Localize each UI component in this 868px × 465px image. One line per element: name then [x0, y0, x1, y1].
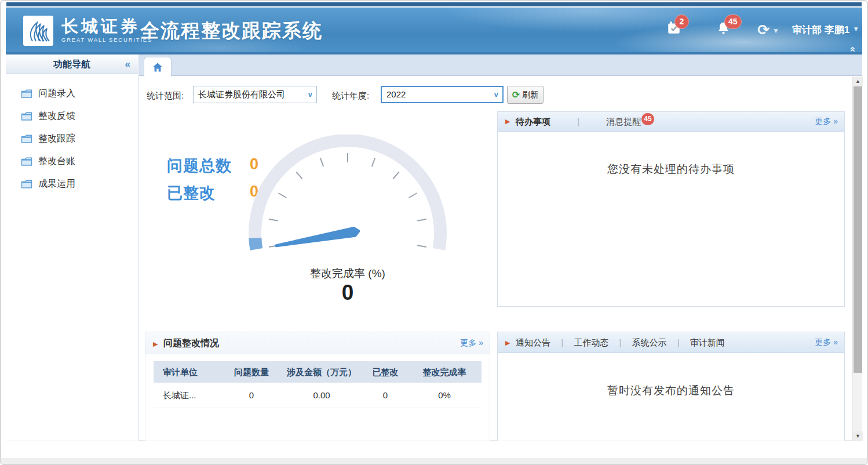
issues-table-header: 审计单位 问题数量 涉及金额（万元） 已整改 整改完成率 — [154, 361, 482, 383]
tab-home[interactable] — [144, 57, 172, 77]
tab-work-updates[interactable]: 工作动态 — [574, 337, 608, 347]
tab-divider: | — [577, 117, 579, 126]
todo-shortcut[interactable]: 2 — [666, 20, 681, 38]
sidebar-header: 功能导航 « — [6, 55, 138, 74]
dashboard-content: 统计范围: 长城证券股份有限公司 v 统计年度: 2022 v ⟳ 刷新 问题总… — [139, 77, 852, 441]
user-menu[interactable]: 审计部 李鹏1▼ — [792, 23, 859, 37]
cell-audit-unit: 长城证... — [154, 383, 220, 408]
completion-gauge-chart — [243, 135, 452, 268]
cell-rectified: 0 — [360, 383, 410, 408]
sidebar-item-label: 整改台账 — [38, 155, 75, 168]
rectified-label: 已整改 — [167, 183, 216, 204]
arrow-right-icon: ▶ — [505, 112, 510, 131]
tab-divider: | — [619, 337, 621, 347]
notice-more-link[interactable]: 更多 » — [815, 332, 838, 353]
collapse-header-icon[interactable]: « — [847, 46, 858, 52]
chevron-down-icon[interactable]: v — [308, 86, 312, 103]
message-count-badge[interactable]: 45 — [724, 14, 742, 29]
window-top-strip — [6, 2, 862, 6]
todo-panel-header: ▶ 待办事项 | 消息提醒45 更多 » — [498, 112, 844, 132]
tab-todo-items[interactable]: 待办事项 — [516, 117, 550, 126]
tab-notices[interactable]: 通知公告 — [516, 337, 550, 347]
notice-empty-text: 暂时没有发布的通知公告 — [498, 383, 844, 398]
logo-text: 长城证券 GREAT WALL SECURITIES — [61, 17, 152, 43]
refresh-arrows-icon: ⟳ — [512, 89, 520, 100]
sidebar-item-rectify-feedback[interactable]: 整改反馈 — [6, 105, 138, 128]
page-title: 全流程整改跟踪系统 — [140, 18, 323, 44]
col-audit-unit: 审计单位 — [154, 361, 220, 383]
arrow-right-icon: ▶ — [153, 333, 158, 355]
vertical-scrollbar[interactable]: ▲ ▼ — [852, 77, 862, 441]
sidebar-item-rectify-ledger[interactable]: 整改台账 — [6, 150, 138, 173]
refresh-button-label: 刷新 — [522, 90, 538, 100]
logo-chinese-name: 长城证券 — [61, 17, 152, 35]
tab-divider: | — [561, 337, 563, 347]
gauge-needle — [276, 227, 359, 249]
issues-panel: ▶ 问题整改情况 更多 » 审计单位 问题数量 涉及金额（万元） 已整改 整改完… — [145, 332, 490, 442]
sidebar-item-label: 成果运用 — [38, 178, 75, 190]
todo-panel-tabs: 待办事项 | 消息提醒45 — [516, 112, 654, 131]
refresh-button[interactable]: ⟳ 刷新 — [507, 86, 544, 104]
message-reminder-badge: 45 — [641, 113, 654, 125]
refresh-caret-icon[interactable]: ▼ — [772, 27, 779, 35]
todo-panel: ▶ 待办事项 | 消息提醒45 更多 » 您没有未处理的待办事项 — [497, 111, 845, 307]
issues-table: 审计单位 问题数量 涉及金额（万元） 已整改 整改完成率 长城证... 0 0.… — [154, 361, 482, 408]
notifications[interactable]: 45 — [716, 20, 731, 38]
scrollbar-thumb[interactable] — [854, 86, 862, 373]
arrow-right-icon: ▶ — [505, 333, 510, 353]
home-icon — [152, 61, 163, 73]
app-window: 长城证券 GREAT WALL SECURITIES 全流程整改跟踪系统 2 4… — [0, 0, 868, 465]
folder-icon — [21, 134, 32, 144]
sidebar-item-rectify-tracking[interactable]: 整改跟踪 — [6, 128, 138, 150]
notice-panel-header: ▶ 通知公告 | 工作动态 | 系统公示 | 审计新闻 更多 » — [498, 332, 844, 353]
sidebar-items: 问题录入 整改反馈 整改跟踪 整改台账 成果运用 — [6, 74, 138, 195]
sidebar-item-label: 问题录入 — [38, 88, 75, 100]
total-issues-label: 问题总数 — [167, 155, 232, 176]
sidebar-collapse-icon[interactable]: « — [125, 55, 130, 74]
scope-select[interactable]: 长城证券股份有限公司 v — [193, 86, 317, 103]
window-bottom-strip — [1, 458, 867, 464]
tab-divider: | — [677, 337, 680, 347]
issues-more-link[interactable]: 更多 » — [460, 332, 483, 354]
scope-label: 统计范围: — [147, 90, 184, 101]
user-name[interactable]: 审计部 李鹏1 — [792, 24, 849, 35]
cell-amount: 0.00 — [283, 383, 360, 408]
col-amount: 涉及金额（万元） — [283, 361, 360, 383]
tab-message-reminder[interactable]: 消息提醒 — [606, 117, 641, 126]
tab-audit-news[interactable]: 审计新闻 — [690, 337, 725, 347]
issues-panel-header: ▶ 问题整改情况 更多 » — [145, 332, 490, 354]
todo-more-link[interactable]: 更多 » — [815, 112, 838, 131]
sidebar-title: 功能导航 — [53, 59, 90, 69]
notice-panel: ▶ 通知公告 | 工作动态 | 系统公示 | 审计新闻 更多 » 暂时没有发布的… — [497, 332, 845, 442]
tab-system-announcements[interactable]: 系统公示 — [632, 337, 667, 347]
scroll-up-arrow-icon[interactable]: ▲ — [853, 77, 863, 86]
col-issue-count: 问题数量 — [220, 361, 283, 383]
scope-select-value: 长城证券股份有限公司 — [198, 89, 285, 99]
sidebar-item-label: 整改跟踪 — [38, 133, 75, 145]
sidebar-item-results-usage[interactable]: 成果运用 — [6, 173, 138, 195]
sidebar: 功能导航 « 问题录入 整改反馈 整改跟踪 整改台账 成果运用 — [6, 55, 138, 441]
folder-icon — [21, 179, 32, 189]
folder-icon — [21, 89, 32, 99]
year-select-value: 2022 — [386, 89, 406, 99]
issues-panel-title: 问题整改情况 — [163, 332, 219, 354]
cell-issue-count: 0 — [220, 383, 283, 408]
todo-count-badge[interactable]: 2 — [674, 14, 689, 29]
col-rectified: 已整改 — [360, 361, 410, 383]
chevron-down-icon[interactable]: v — [494, 87, 498, 102]
company-logo — [23, 16, 53, 46]
folder-icon — [21, 111, 32, 121]
notice-panel-tabs: 通知公告 | 工作动态 | 系统公示 | 审计新闻 — [516, 332, 725, 353]
year-label: 统计年度: — [332, 90, 369, 101]
header-refresh[interactable]: ⟳▼ — [757, 21, 779, 38]
user-caret-icon[interactable]: ▼ — [852, 25, 859, 33]
col-completion-rate: 整改完成率 — [410, 361, 479, 383]
scroll-down-arrow-icon[interactable]: ▼ — [853, 431, 863, 441]
todo-empty-text: 您没有未处理的待办事项 — [498, 162, 844, 177]
sidebar-item-label: 整改反馈 — [38, 110, 75, 122]
sidebar-item-issue-entry[interactable]: 问题录入 — [6, 82, 138, 105]
cell-completion-rate: 0% — [410, 383, 479, 408]
refresh-icon[interactable]: ⟳ — [757, 21, 769, 38]
year-select[interactable]: 2022 v — [381, 86, 504, 103]
table-row[interactable]: 长城证... 0 0.00 0 0% — [154, 383, 482, 408]
